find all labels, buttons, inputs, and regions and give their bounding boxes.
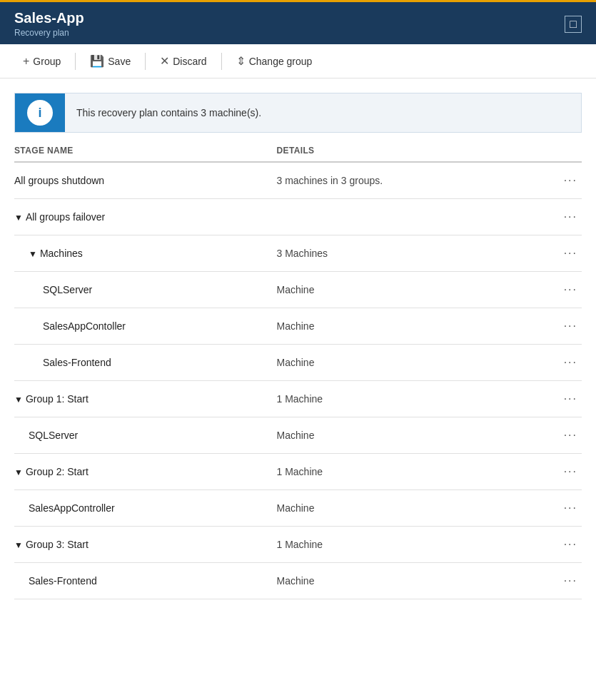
row-stage-name: SalesAppContoller <box>14 320 277 332</box>
app-title: Sales-App <box>14 10 84 26</box>
info-banner: i This recovery plan contains 3 machine(… <box>14 93 582 133</box>
col-actions <box>539 146 582 156</box>
x-icon: ✕ <box>160 54 169 68</box>
chevron-down-icon: ▼ <box>14 213 23 223</box>
row-more-button[interactable]: ··· <box>560 282 582 298</box>
row-menu-cell: ··· <box>539 427 582 443</box>
row-menu-cell: ··· <box>539 173 582 188</box>
table-row: SalesAppController Machine ··· <box>14 490 582 527</box>
row-menu-cell: ··· <box>539 573 582 589</box>
table-row: ▼Group 2: Start 1 Machine ··· <box>14 454 582 490</box>
recovery-plan-table: STAGE NAME DETAILS All groups shutdown 3… <box>14 140 582 599</box>
divider-2 <box>145 53 146 70</box>
row-detail: 3 Machines <box>277 248 540 259</box>
row-more-button[interactable]: ··· <box>560 537 582 552</box>
row-detail: Machine <box>277 357 540 368</box>
table-row: Sales-Frontend Machine ··· <box>14 345 582 381</box>
info-circle-icon: i <box>27 100 53 126</box>
row-menu-cell: ··· <box>539 209 582 225</box>
save-label: Save <box>108 56 131 67</box>
row-more-button[interactable]: ··· <box>560 355 582 370</box>
row-menu-cell: ··· <box>539 391 582 407</box>
col-details: DETAILS <box>277 146 540 156</box>
row-detail: 1 Machine <box>277 393 540 405</box>
change-group-button[interactable]: ⇕ Change group <box>228 50 321 72</box>
row-detail: Machine <box>277 502 540 514</box>
plus-icon: + <box>23 55 29 68</box>
chevron-down-icon: ▼ <box>14 395 23 405</box>
row-stage-name: SQLServer <box>14 430 277 441</box>
row-menu-cell: ··· <box>539 282 582 298</box>
table-row: Sales-Frontend Machine ··· <box>14 563 582 599</box>
discard-button[interactable]: ✕ Discard <box>151 50 215 72</box>
table-row: SQLServer Machine ··· <box>14 272 582 308</box>
row-more-button[interactable]: ··· <box>560 500 582 516</box>
table-row: SalesAppContoller Machine ··· <box>14 308 582 345</box>
row-detail: Machine <box>277 284 540 295</box>
app-subtitle: Recovery plan <box>14 28 84 38</box>
table-row: SQLServer Machine ··· <box>14 417 582 454</box>
table-row: ▼Group 1: Start 1 Machine ··· <box>14 381 582 417</box>
row-stage-name: ▼Group 1: Start <box>14 393 277 405</box>
row-stage-name: SQLServer <box>14 284 277 295</box>
row-more-button[interactable]: ··· <box>560 173 582 188</box>
window-restore-icon[interactable]: □ <box>565 16 582 33</box>
save-icon: 💾 <box>90 54 104 68</box>
row-detail: Machine <box>277 430 540 441</box>
save-button[interactable]: 💾 Save <box>81 50 139 72</box>
row-stage-name: ▼All groups failover <box>14 211 277 223</box>
row-menu-cell: ··· <box>539 355 582 370</box>
chevron-down-icon: ▼ <box>14 467 23 477</box>
row-stage-name: SalesAppController <box>14 502 277 514</box>
row-stage-name: ▼Group 2: Start <box>14 466 277 477</box>
table-header: STAGE NAME DETAILS <box>14 140 582 163</box>
change-group-label: Change group <box>249 56 313 67</box>
table-body: All groups shutdown 3 machines in 3 grou… <box>14 163 582 599</box>
row-detail: Machine <box>277 575 540 587</box>
row-stage-name: Sales-Frontend <box>14 575 277 587</box>
discard-label: Discard <box>173 56 206 67</box>
divider-1 <box>75 53 76 70</box>
row-stage-name: Sales-Frontend <box>14 357 277 368</box>
row-more-button[interactable]: ··· <box>560 427 582 443</box>
row-more-button[interactable]: ··· <box>560 464 582 480</box>
row-detail: 3 machines in 3 groups. <box>277 175 540 186</box>
col-stage-name: STAGE NAME <box>14 146 277 156</box>
row-stage-name: ▼Machines <box>14 248 277 259</box>
row-menu-cell: ··· <box>539 318 582 334</box>
row-more-button[interactable]: ··· <box>560 245 582 261</box>
chevron-down-icon: ▼ <box>29 249 37 259</box>
row-menu-cell: ··· <box>539 245 582 261</box>
app-header: Sales-App Recovery plan □ <box>0 0 596 44</box>
divider-3 <box>221 53 222 70</box>
row-menu-cell: ··· <box>539 500 582 516</box>
header-title-block: Sales-App Recovery plan <box>14 10 84 38</box>
row-stage-name: ▼Group 3: Start <box>14 539 277 550</box>
row-menu-cell: ··· <box>539 537 582 552</box>
table-row: All groups shutdown 3 machines in 3 grou… <box>14 163 582 199</box>
swap-icon: ⇕ <box>236 54 246 68</box>
table-row: ▼All groups failover ··· <box>14 199 582 235</box>
row-detail: 1 Machine <box>277 466 540 477</box>
row-menu-cell: ··· <box>539 464 582 480</box>
row-more-button[interactable]: ··· <box>560 391 582 407</box>
info-icon-box: i <box>15 93 65 132</box>
info-message: This recovery plan contains 3 machine(s)… <box>65 98 273 127</box>
add-group-label: Group <box>33 56 61 67</box>
table-row: ▼Group 3: Start 1 Machine ··· <box>14 527 582 563</box>
toolbar: + Group 💾 Save ✕ Discard ⇕ Change group <box>0 44 596 78</box>
row-more-button[interactable]: ··· <box>560 209 582 225</box>
row-more-button[interactable]: ··· <box>560 318 582 334</box>
row-detail: 1 Machine <box>277 539 540 550</box>
add-group-button[interactable]: + Group <box>14 51 69 72</box>
chevron-down-icon: ▼ <box>14 540 23 550</box>
row-stage-name: All groups shutdown <box>14 175 277 186</box>
table-row: ▼Machines 3 Machines ··· <box>14 235 582 272</box>
row-detail: Machine <box>277 320 540 332</box>
row-more-button[interactable]: ··· <box>560 573 582 589</box>
